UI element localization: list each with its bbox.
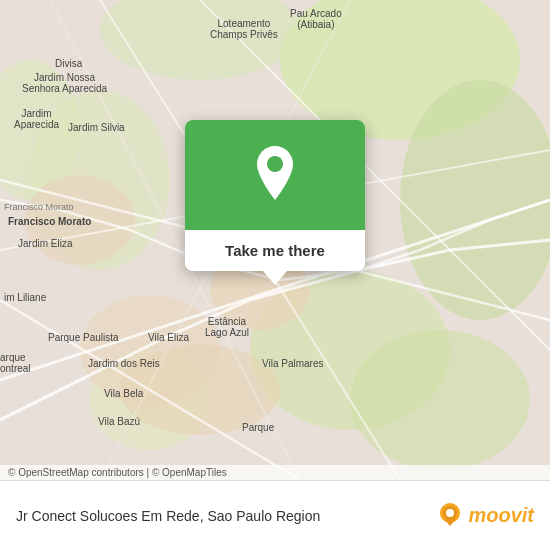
popup-card: Take me there: [185, 120, 365, 271]
map-attribution: © OpenStreetMap contributors | © OpenMap…: [0, 465, 550, 480]
moovit-text: moovit: [468, 504, 534, 527]
bottom-bar: Jr Conect Solucoes Em Rede, Sao Paulo Re…: [0, 480, 550, 550]
map-container: Pau Arcado(Atibaia) LoteamentoChamps Pri…: [0, 0, 550, 480]
moovit-logo-icon: [436, 502, 464, 530]
svg-point-12: [120, 345, 280, 435]
location-name: Jr Conect Solucoes Em Rede, Sao Paulo Re…: [16, 508, 436, 524]
svg-point-6: [350, 330, 530, 470]
svg-point-23: [446, 509, 454, 517]
svg-point-9: [25, 175, 135, 265]
moovit-logo[interactable]: moovit: [436, 502, 534, 530]
take-me-there-button[interactable]: Take me there: [185, 230, 365, 271]
popup-header: [185, 120, 365, 230]
svg-point-21: [267, 156, 283, 172]
location-pin-icon: [251, 146, 299, 204]
